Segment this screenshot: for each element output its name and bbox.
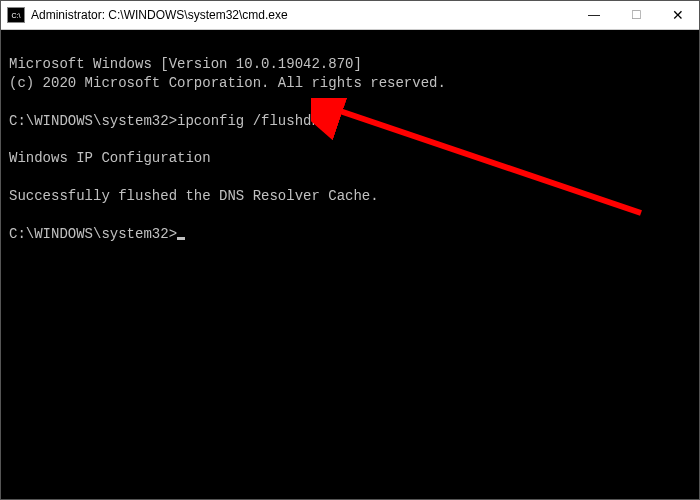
close-button[interactable]: ✕ [657,1,699,29]
cmd-icon-label: C:\ [12,12,21,19]
ipconfig-header: Windows IP Configuration [9,150,211,166]
maximize-button[interactable]: ☐ [615,1,657,29]
title-bar[interactable]: C:\ Administrator: C:\WINDOWS\system32\c… [1,1,699,30]
copyright-line: (c) 2020 Microsoft Corporation. All righ… [9,75,446,91]
flush-success-line: Successfully flushed the DNS Resolver Ca… [9,188,379,204]
cmd-window: C:\ Administrator: C:\WINDOWS\system32\c… [0,0,700,500]
title-left: C:\ Administrator: C:\WINDOWS\system32\c… [1,7,288,23]
cmd-icon: C:\ [7,7,25,23]
cursor [177,237,185,240]
prompt-1-path: C:\WINDOWS\system32> [9,113,177,129]
window-title: Administrator: C:\WINDOWS\system32\cmd.e… [31,8,288,22]
terminal-viewport[interactable]: Microsoft Windows [Version 10.0.19042.87… [1,30,699,500]
window-controls: — ☐ ✕ [573,1,699,29]
annotation-arrow-icon [311,98,661,228]
version-line: Microsoft Windows [Version 10.0.19042.87… [9,56,362,72]
minimize-button[interactable]: — [573,1,615,29]
prompt-1-command: ipconfig /flushdns [177,113,328,129]
prompt-2-path: C:\WINDOWS\system32> [9,226,177,242]
